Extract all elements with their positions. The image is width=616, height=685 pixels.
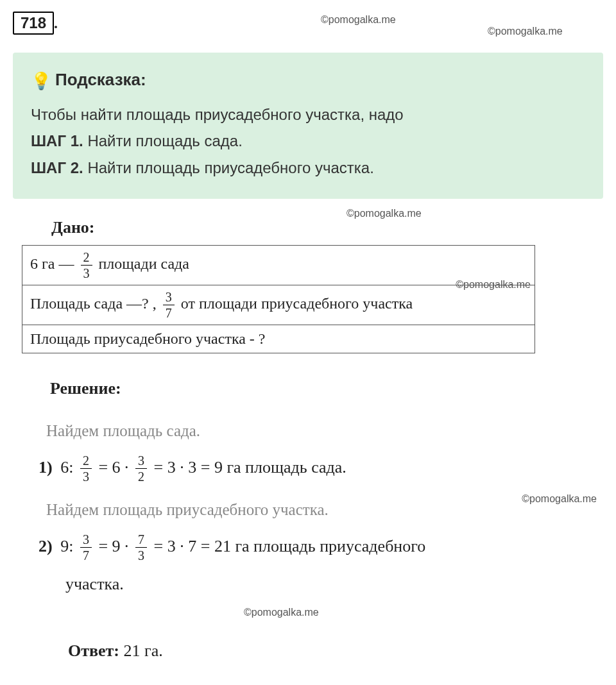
hint-intro: Чтобы найти площадь приусадебного участк… xyxy=(31,103,585,126)
solution-title: Решение: xyxy=(50,373,603,404)
solution-note-1: Найдем площадь сада. xyxy=(46,416,603,446)
hint-step-text: Найти площадь приусадебного участка. xyxy=(87,159,373,176)
lightbulb-icon: 💡 xyxy=(31,68,51,94)
step2-a: 9: xyxy=(60,537,73,555)
problem-number-wrap: 718. xyxy=(13,15,58,31)
step-index: 2) xyxy=(38,537,53,555)
watermark-1: ©pomogalka.me xyxy=(321,14,396,26)
page-root: 718. ©pomogalka.me ©pomogalka.me 💡Подска… xyxy=(0,0,616,685)
given-table: 6 га — 2 3 площади сада Площадь сада —? … xyxy=(22,245,535,353)
step1-a: 6: xyxy=(60,458,73,477)
fraction: 3 7 xyxy=(163,291,175,319)
table-row: Площадь приусадебного участка - ? xyxy=(22,325,535,353)
answer-text: 21 га. xyxy=(124,641,163,660)
hint-title: 💡Подсказка: xyxy=(31,67,585,94)
hint-title-text: Подсказка: xyxy=(55,70,146,89)
step1-mid1: = 6 · xyxy=(98,458,133,477)
hint-box: 💡Подсказка: Чтобы найти площадь приусаде… xyxy=(13,53,603,199)
table-row: Площадь сада —? , 3 7 от площади приусад… xyxy=(22,285,535,325)
answer-label: Ответ: xyxy=(68,641,119,660)
fraction: 3 2 xyxy=(135,454,147,483)
fraction: 2 3 xyxy=(80,454,92,483)
step1-mid2: = 3 · 3 = 9 га площадь сада. xyxy=(154,458,346,477)
fraction: 2 3 xyxy=(81,251,92,280)
watermark-2: ©pomogalka.me xyxy=(488,26,563,37)
solution-step-2: 2) 9: 3 7 = 9 · 7 3 = 3 · 7 = 21 га площ… xyxy=(38,530,603,562)
solution-note-2: Найдем площадь приусадебного участка. xyxy=(46,495,603,525)
hint-step-1: ШАГ 1. Найти площадь сада. xyxy=(31,129,585,153)
hint-step-label: ШАГ 1. xyxy=(31,132,83,149)
hint-step-text: Найти площадь сада. xyxy=(87,132,242,149)
given-title: Дано: xyxy=(51,218,603,237)
step-index: 1) xyxy=(38,458,53,477)
solution-block: Решение: Найдем площадь сада. 1) 6: 2 3 … xyxy=(13,373,603,667)
solution-step-1: 1) 6: 2 3 = 6 · 3 2 = 3 · 3 = 9 га площа… xyxy=(38,452,603,484)
hint-step-label: ШАГ 2. xyxy=(31,159,83,176)
table-row: 6 га — 2 3 площади сада xyxy=(22,245,535,285)
watermark-6: ©pomogalka.me xyxy=(244,603,616,622)
problem-number: 718 xyxy=(13,12,54,35)
given-row1-post: площади сада xyxy=(99,255,189,272)
step2-mid2: = 3 · 7 = 21 га площадь приусадебного xyxy=(154,537,426,555)
solution-step-2-cont: участка. xyxy=(65,568,603,600)
fraction: 3 7 xyxy=(80,533,92,562)
fraction: 7 3 xyxy=(135,533,147,562)
step2-mid1: = 9 · xyxy=(98,537,133,555)
given-row3: Площадь приусадебного участка - ? xyxy=(30,330,266,347)
given-row2-post: от площади приусадебного участка xyxy=(181,295,413,312)
answer: Ответ: 21 га. xyxy=(68,635,603,666)
hint-step-2: ШАГ 2. Найти площадь приусадебного участ… xyxy=(31,156,585,180)
given-row2-pre: Площадь сада —? , xyxy=(30,295,157,312)
given-row1-pre: 6 га — xyxy=(30,255,74,272)
